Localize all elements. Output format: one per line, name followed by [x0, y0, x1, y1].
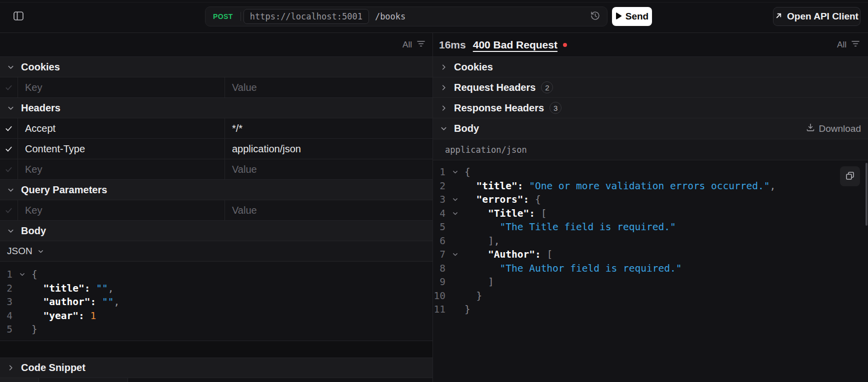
- headers-rows: Accept*/*Content-Typeapplication/jsonKey…: [0, 118, 432, 180]
- section-header-code-snippet[interactable]: Code Snippet: [0, 358, 432, 378]
- address-divider: [240, 12, 241, 21]
- chevron-right-icon: [7, 364, 14, 372]
- download-label: Download: [819, 123, 862, 134]
- line-number: 7: [433, 248, 446, 262]
- main-area: All Cookies KeyValue: [0, 33, 868, 382]
- row-enabled-checkbox[interactable]: [0, 77, 18, 97]
- fold-toggle-icon[interactable]: [446, 248, 464, 262]
- section-header-cookies[interactable]: Cookies: [0, 57, 432, 77]
- code-line: 9 ]: [433, 275, 868, 289]
- line-number: 2: [433, 179, 446, 193]
- filter-all-label: All: [837, 40, 846, 50]
- table-row: KeyValue: [0, 200, 432, 221]
- row-key-input[interactable]: Key: [18, 200, 225, 220]
- row-key-input[interactable]: Accept: [18, 118, 225, 138]
- status-error-dot: [563, 43, 567, 47]
- fold-toggle-icon[interactable]: [12, 268, 32, 282]
- response-body-viewer[interactable]: 1{2 "title": "One or more validation err…: [433, 160, 868, 382]
- top-bar: POST https://localhost:5001 /books: [0, 0, 868, 33]
- line-number: 10: [433, 289, 446, 303]
- http-method-badge[interactable]: POST: [206, 12, 240, 20]
- section-header-headers[interactable]: Headers: [0, 98, 432, 118]
- section-header-body[interactable]: Body: [0, 221, 432, 241]
- download-icon: [806, 123, 815, 134]
- response-filter-button[interactable]: All: [837, 40, 860, 50]
- base-url-input[interactable]: https://localhost:5001: [244, 9, 369, 24]
- format-selected-value: JSON: [7, 246, 32, 257]
- request-filter-button[interactable]: All: [402, 40, 426, 50]
- download-button[interactable]: Download: [806, 123, 862, 134]
- table-row: KeyValue: [0, 77, 432, 98]
- chevron-down-icon: [7, 104, 14, 112]
- code-line: 2 "title": "One or more validation error…: [433, 179, 868, 193]
- send-button[interactable]: Send: [612, 7, 652, 26]
- fold-gutter: [446, 220, 464, 234]
- section-title: Body: [454, 123, 479, 134]
- history-icon: [590, 10, 600, 23]
- send-label: Send: [626, 11, 648, 22]
- section-header-request-headers[interactable]: Request Headers 2: [433, 77, 868, 98]
- row-enabled-checkbox[interactable]: [0, 118, 18, 138]
- fold-gutter: [446, 275, 464, 289]
- section-header-response-body[interactable]: Body Download: [433, 118, 868, 139]
- code-line: 11}: [433, 303, 868, 317]
- code-line: 8 "The Author field is required.": [433, 262, 868, 276]
- code-line: 4 "year": 1: [0, 309, 432, 323]
- code-line: 3 "author": "",: [0, 295, 432, 309]
- section-header-query-parameters[interactable]: Query Parameters: [0, 180, 432, 200]
- fold-toggle-icon[interactable]: [446, 165, 464, 179]
- open-api-client-button[interactable]: Open API Client: [773, 7, 860, 26]
- line-number: 3: [433, 193, 446, 207]
- row-value-input[interactable]: Value: [225, 200, 432, 220]
- row-enabled-checkbox[interactable]: [0, 159, 18, 179]
- row-enabled-checkbox[interactable]: [0, 139, 18, 159]
- body-format-selector[interactable]: JSON: [0, 241, 432, 262]
- sidebar-toggle-button[interactable]: [13, 11, 24, 21]
- fold-gutter: [12, 282, 32, 296]
- fold-gutter: [446, 234, 464, 248]
- api-client-app: POST https://localhost:5001 /books: [0, 0, 868, 382]
- row-key-input[interactable]: Key: [18, 77, 225, 97]
- count-badge: 2: [541, 81, 553, 93]
- row-value-input[interactable]: */*: [225, 118, 432, 138]
- cookies-rows: KeyValue: [0, 77, 432, 98]
- path-input[interactable]: /books: [375, 11, 406, 21]
- filter-all-label: All: [402, 40, 412, 50]
- chevron-down-icon: [7, 227, 14, 235]
- section-header-response-headers[interactable]: Response Headers 3: [433, 98, 868, 118]
- response-status-link[interactable]: 400 Bad Request: [473, 39, 558, 51]
- scrollbar-thumb[interactable]: [866, 163, 868, 226]
- line-number: 9: [433, 275, 446, 289]
- chevron-down-icon: [7, 186, 14, 194]
- external-arrow-icon: [775, 11, 782, 22]
- row-key-input[interactable]: Key: [18, 159, 225, 179]
- sidebar-toggle-icon: [14, 11, 24, 22]
- line-number: 5: [0, 323, 12, 337]
- row-value-input[interactable]: application/json: [225, 139, 432, 159]
- line-number: 5: [433, 220, 446, 234]
- response-panel: 16ms 400 Bad Request All Cookie: [433, 33, 868, 382]
- fold-toggle-icon[interactable]: [446, 207, 464, 221]
- history-button[interactable]: [590, 10, 600, 23]
- code-line: 4 "Title": [: [433, 207, 868, 221]
- row-key-input[interactable]: Content-Type: [18, 139, 225, 159]
- section-header-response-cookies[interactable]: Cookies: [433, 57, 868, 77]
- row-value-input[interactable]: Value: [225, 77, 432, 97]
- editor-spacer: [0, 341, 432, 358]
- line-number: 4: [433, 207, 446, 221]
- fold-toggle-icon[interactable]: [446, 193, 464, 207]
- table-row: KeyValue: [0, 159, 432, 180]
- copy-button[interactable]: [840, 166, 860, 186]
- row-enabled-checkbox[interactable]: [0, 200, 18, 220]
- row-value-input[interactable]: Value: [225, 159, 432, 179]
- snippet-cell: [0, 378, 39, 382]
- copy-icon: [845, 171, 855, 182]
- code-line: 7 "Author": [: [433, 248, 868, 262]
- chevron-right-icon: [440, 63, 448, 71]
- code-line: 2 "title": "",: [0, 282, 432, 296]
- fold-gutter: [446, 289, 464, 303]
- chevron-down-icon: [440, 125, 448, 132]
- request-toolbar: All: [0, 33, 432, 57]
- request-body-editor[interactable]: 1{2 "title": "",3 "author": "",4 "year":…: [0, 262, 432, 341]
- section-title: Response Headers: [454, 102, 544, 114]
